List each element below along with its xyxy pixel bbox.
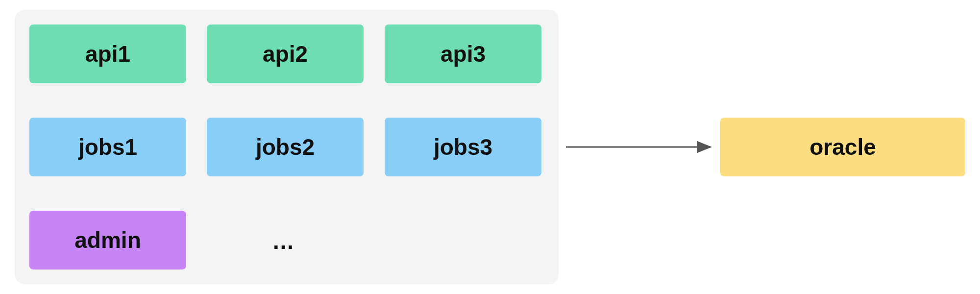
node-admin: admin — [29, 211, 186, 270]
node-oracle: oracle — [720, 118, 965, 176]
ellipsis-label: … — [272, 228, 294, 254]
node-api1: api1 — [29, 24, 186, 83]
node-jobs2: jobs2 — [207, 118, 364, 176]
node-jobs3: jobs3 — [385, 118, 541, 176]
node-api3: api3 — [385, 24, 541, 83]
node-jobs1: jobs1 — [29, 118, 186, 176]
arrow-icon — [564, 137, 720, 157]
node-api2: api2 — [207, 24, 364, 83]
